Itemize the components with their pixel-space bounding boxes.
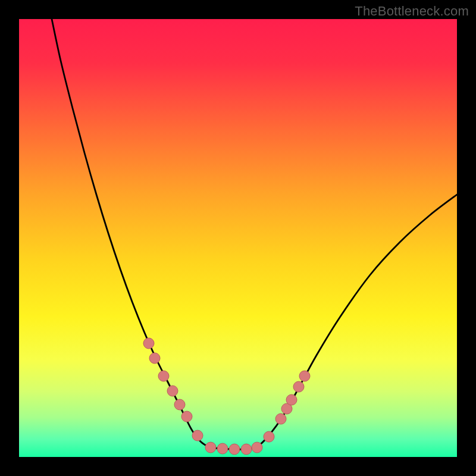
highlight-dot bbox=[143, 338, 154, 349]
highlight-dot bbox=[275, 414, 286, 424]
bottleneck-curve bbox=[19, 19, 457, 457]
highlight-dot bbox=[217, 443, 228, 454]
highlight-dot bbox=[299, 371, 310, 381]
highlight-dot bbox=[264, 431, 274, 442]
curve-left-branch bbox=[52, 19, 209, 447]
watermark-text: TheBottleneck.com bbox=[355, 4, 469, 19]
highlight-dot bbox=[174, 399, 185, 410]
highlight-dot bbox=[293, 381, 304, 392]
highlight-dot bbox=[167, 386, 178, 396]
highlight-dot bbox=[252, 442, 262, 453]
highlight-dot bbox=[149, 353, 160, 364]
highlight-dot bbox=[181, 411, 192, 422]
highlight-dot bbox=[286, 394, 297, 405]
highlight-dots bbox=[143, 338, 310, 455]
highlight-dot bbox=[158, 371, 169, 381]
highlight-dot bbox=[229, 444, 240, 455]
highlight-dot bbox=[241, 444, 252, 455]
highlight-dot bbox=[192, 430, 203, 441]
plot-area bbox=[19, 19, 457, 457]
highlight-dot bbox=[205, 442, 216, 453]
